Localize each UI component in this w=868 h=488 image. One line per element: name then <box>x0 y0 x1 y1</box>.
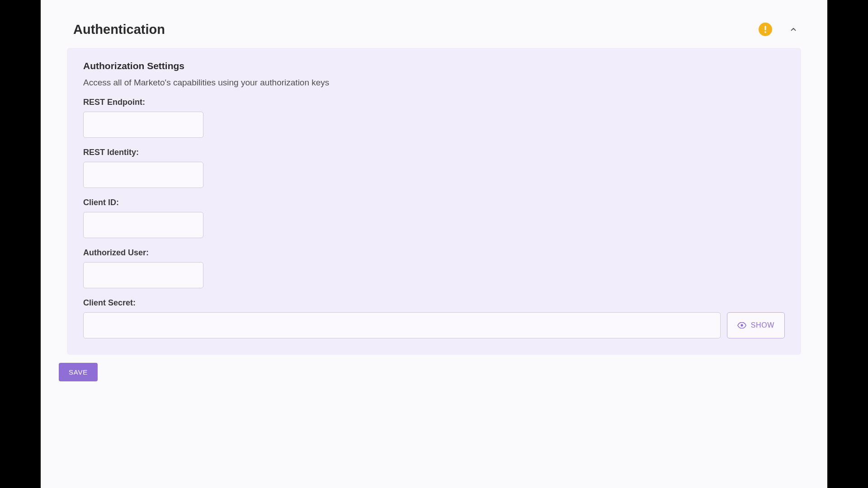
field-client-id: Client ID: <box>83 198 785 238</box>
settings-surface: Authentication Authorization Settings Ac… <box>41 0 827 488</box>
field-client-secret: Client Secret: SHOW <box>83 298 785 338</box>
authentication-panel: Authentication Authorization Settings Ac… <box>59 9 809 355</box>
rest-identity-label: REST Identity: <box>83 148 785 157</box>
client-id-label: Client ID: <box>83 198 785 207</box>
client-secret-input[interactable] <box>83 312 721 338</box>
save-row: SAVE <box>59 363 809 381</box>
svg-rect-0 <box>765 26 766 30</box>
panel-title: Authentication <box>73 22 759 37</box>
show-button-label: SHOW <box>751 321 774 329</box>
authorization-settings-card: Authorization Settings Access all of Mar… <box>67 48 801 355</box>
authorized-user-label: Authorized User: <box>83 248 785 258</box>
panel-header: Authentication <box>59 9 809 48</box>
client-id-input[interactable] <box>83 212 203 238</box>
card-subtitle: Access all of Marketo's capabilities usi… <box>83 78 785 88</box>
client-secret-label: Client Secret: <box>83 298 785 308</box>
eye-icon <box>737 322 746 328</box>
warning-icon <box>759 23 772 36</box>
save-button-label: SAVE <box>69 368 88 376</box>
svg-point-1 <box>764 31 766 33</box>
save-button[interactable]: SAVE <box>59 363 98 381</box>
rest-endpoint-input[interactable] <box>83 112 203 138</box>
rest-endpoint-label: REST Endpoint: <box>83 98 785 107</box>
field-rest-identity: REST Identity: <box>83 148 785 188</box>
authorized-user-input[interactable] <box>83 262 203 288</box>
show-secret-button[interactable]: SHOW <box>727 312 785 338</box>
rest-identity-input[interactable] <box>83 162 203 188</box>
svg-point-2 <box>741 324 743 326</box>
field-rest-endpoint: REST Endpoint: <box>83 98 785 138</box>
card-title: Authorization Settings <box>83 61 785 71</box>
field-authorized-user: Authorized User: <box>83 248 785 288</box>
collapse-toggle[interactable] <box>786 22 801 37</box>
chevron-up-icon <box>789 25 797 33</box>
